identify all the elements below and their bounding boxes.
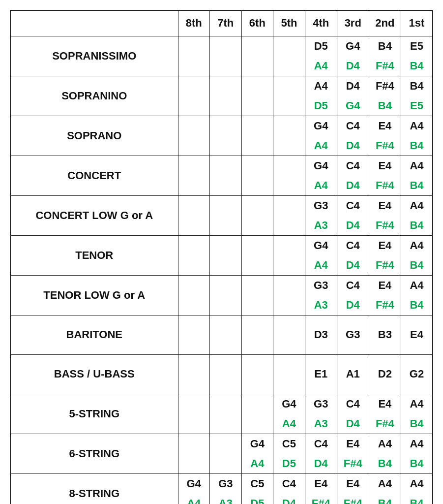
cell-4-top-6: E4 bbox=[369, 195, 401, 216]
cell-11-bottom-4: F#4 bbox=[305, 494, 337, 504]
cell-6-bottom-7: B4 bbox=[401, 295, 433, 315]
cell-6-bottom-1 bbox=[210, 295, 242, 315]
cell-3-bottom-7: B4 bbox=[401, 176, 433, 196]
row-6-top: TENOR LOW G or AG3C4E4A4 bbox=[10, 275, 433, 295]
cell-3-top-1 bbox=[210, 156, 242, 176]
cell-5-top-2 bbox=[241, 235, 273, 255]
cell-2-top-4: G4 bbox=[305, 116, 337, 136]
header-col-7th: 7th bbox=[210, 10, 242, 36]
cell-11-bottom-7: B4 bbox=[401, 494, 433, 504]
cell-7-2 bbox=[241, 315, 273, 354]
cell-10-top-5: E4 bbox=[337, 434, 369, 454]
row-4-top: CONCERT LOW G or AG3C4E4A4 bbox=[10, 195, 433, 216]
cell-3-bottom-3 bbox=[273, 176, 305, 196]
cell-11-top-2: C5 bbox=[241, 473, 273, 494]
cell-3-top-6: E4 bbox=[369, 156, 401, 176]
cell-1-top-5: D4 bbox=[337, 76, 369, 96]
cell-6-top-6: E4 bbox=[369, 275, 401, 295]
cell-0-top-4: D5 bbox=[305, 36, 337, 56]
cell-5-top-6: E4 bbox=[369, 235, 401, 255]
instrument-name-1: SOPRANINO bbox=[10, 76, 178, 116]
cell-1-top-4: A4 bbox=[305, 76, 337, 96]
instrument-name-5: TENOR bbox=[10, 235, 178, 275]
cell-4-bottom-1 bbox=[210, 216, 242, 236]
cell-4-bottom-2 bbox=[241, 216, 273, 236]
instrument-name-3: CONCERT bbox=[10, 156, 178, 195]
cell-1-top-1 bbox=[210, 76, 242, 96]
cell-11-bottom-5: F#4 bbox=[337, 494, 369, 504]
cell-0-top-3 bbox=[273, 36, 305, 56]
cell-9-top-3: G4 bbox=[273, 394, 305, 414]
cell-3-bottom-2 bbox=[241, 176, 273, 196]
cell-4-top-5: C4 bbox=[337, 195, 369, 216]
cell-10-top-2: G4 bbox=[241, 434, 273, 454]
cell-4-top-0 bbox=[178, 195, 210, 216]
cell-10-top-7: A4 bbox=[401, 434, 433, 454]
cell-3-bottom-4: A4 bbox=[305, 176, 337, 196]
cell-3-bottom-0 bbox=[178, 176, 210, 196]
cell-0-top-6: B4 bbox=[369, 36, 401, 56]
cell-6-top-0 bbox=[178, 275, 210, 295]
cell-1-top-0 bbox=[178, 76, 210, 96]
cell-10-bottom-6: B4 bbox=[369, 454, 401, 474]
cell-9-bottom-5: D4 bbox=[337, 414, 369, 434]
cell-1-bottom-0 bbox=[178, 96, 210, 116]
cell-4-bottom-7: B4 bbox=[401, 216, 433, 236]
cell-6-top-5: C4 bbox=[337, 275, 369, 295]
cell-11-bottom-2: D5 bbox=[241, 494, 273, 504]
cell-4-top-2 bbox=[241, 195, 273, 216]
cell-10-bottom-1 bbox=[210, 454, 242, 474]
cell-2-bottom-0 bbox=[178, 136, 210, 156]
cell-0-top-1 bbox=[210, 36, 242, 56]
cell-1-bottom-2 bbox=[241, 96, 273, 116]
cell-5-top-4: G4 bbox=[305, 235, 337, 255]
cell-11-bottom-1: A3 bbox=[210, 494, 242, 504]
cell-8-2 bbox=[241, 354, 273, 394]
cell-11-bottom-6: B4 bbox=[369, 494, 401, 504]
cell-5-top-1 bbox=[210, 235, 242, 255]
cell-2-top-2 bbox=[241, 116, 273, 136]
row-3-top: CONCERTG4C4E4A4 bbox=[10, 156, 433, 176]
cell-0-bottom-1 bbox=[210, 56, 242, 76]
cell-7-1 bbox=[210, 315, 242, 354]
instrument-name-2: SOPRANO bbox=[10, 116, 178, 156]
cell-7-4: D3 bbox=[305, 315, 337, 354]
cell-7-7: E4 bbox=[401, 315, 433, 354]
cell-2-top-3 bbox=[273, 116, 305, 136]
cell-2-bottom-6: F#4 bbox=[369, 136, 401, 156]
cell-0-bottom-0 bbox=[178, 56, 210, 76]
cell-6-top-3 bbox=[273, 275, 305, 295]
cell-11-top-7: A4 bbox=[401, 473, 433, 494]
cell-7-0 bbox=[178, 315, 210, 354]
cell-2-top-1 bbox=[210, 116, 242, 136]
cell-1-bottom-4: D5 bbox=[305, 96, 337, 116]
cell-4-bottom-6: F#4 bbox=[369, 216, 401, 236]
cell-1-top-2 bbox=[241, 76, 273, 96]
cell-6-top-7: A4 bbox=[401, 275, 433, 295]
row-0-top: SOPRANISSIMOD5G4B4E5 bbox=[10, 36, 433, 56]
cell-2-top-7: A4 bbox=[401, 116, 433, 136]
cell-11-top-3: C4 bbox=[273, 473, 305, 494]
cell-0-bottom-2 bbox=[241, 56, 273, 76]
cell-5-bottom-2 bbox=[241, 255, 273, 276]
cell-10-top-0 bbox=[178, 434, 210, 454]
cell-7-6: B3 bbox=[369, 315, 401, 354]
cell-9-top-6: E4 bbox=[369, 394, 401, 414]
cell-3-top-0 bbox=[178, 156, 210, 176]
cell-6-top-4: G3 bbox=[305, 275, 337, 295]
cell-0-bottom-5: D4 bbox=[337, 56, 369, 76]
cell-0-bottom-6: F#4 bbox=[369, 56, 401, 76]
instrument-name-0: SOPRANISSIMO bbox=[10, 36, 178, 76]
cell-4-bottom-5: D4 bbox=[337, 216, 369, 236]
cell-10-bottom-0 bbox=[178, 454, 210, 474]
cell-1-bottom-3 bbox=[273, 96, 305, 116]
cell-10-bottom-5: F#4 bbox=[337, 454, 369, 474]
header-col-4th: 4th bbox=[305, 10, 337, 36]
cell-3-bottom-6: F#4 bbox=[369, 176, 401, 196]
cell-3-bottom-5: D4 bbox=[337, 176, 369, 196]
cell-4-bottom-0 bbox=[178, 216, 210, 236]
header-col-1st: 1st bbox=[401, 10, 433, 36]
row-11-top: 8-STRINGG4G3C5C4E4E4A4A4 bbox=[10, 473, 433, 494]
instrument-name-7: BARITONE bbox=[10, 315, 178, 354]
cell-0-top-5: G4 bbox=[337, 36, 369, 56]
